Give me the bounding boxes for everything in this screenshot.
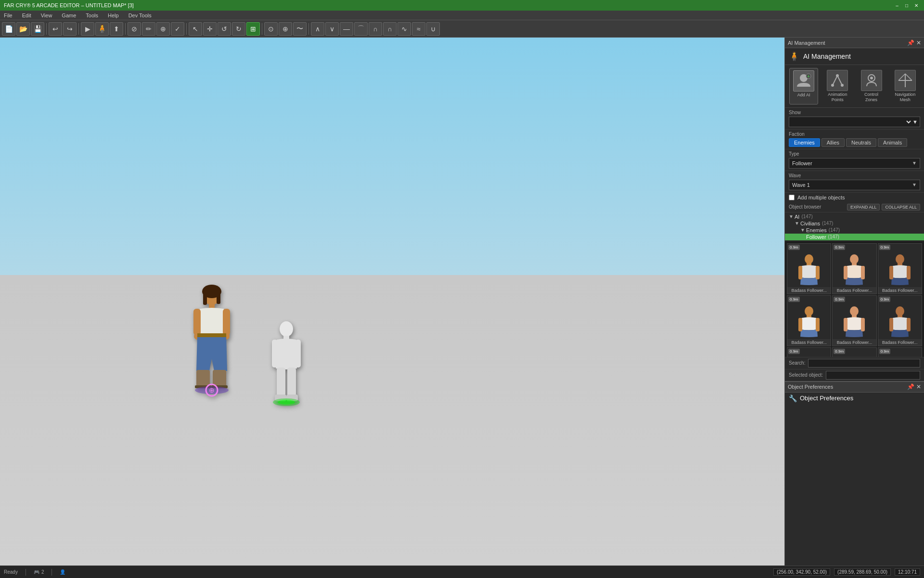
thumb-badge-8: 0.9m	[834, 349, 845, 354]
thumb-item-9[interactable]: 0.9m Badass Follower...	[878, 347, 922, 356]
rotate2-button[interactable]: ↻	[232, 22, 245, 36]
control-zones-button[interactable]: ControlZones	[857, 68, 886, 105]
enemies-faction-btn[interactable]: Enemies	[789, 138, 820, 147]
object-browser-actions: EXPAND ALL COLLAPSE ALL	[847, 204, 920, 210]
type-value: Follower	[792, 160, 912, 166]
svg-rect-60	[861, 318, 865, 331]
collapse-all-button[interactable]: COLLAPSE ALL	[882, 204, 920, 210]
selected-object-input[interactable]	[826, 371, 920, 380]
thumb-badge-7: 0.9m	[788, 349, 800, 354]
terrain7-button[interactable]: ∿	[398, 22, 411, 36]
tool1-button[interactable]: ⊙	[264, 22, 278, 36]
search-input[interactable]	[808, 359, 920, 368]
viewport[interactable]: ⊕	[0, 38, 784, 565]
tool3-button[interactable]: 〜	[293, 22, 307, 36]
terrain2-button[interactable]: ∨	[325, 22, 339, 36]
status-right: (256.00, 342.90, 52.00) (289.59, 288.69,…	[773, 568, 920, 576]
thumb-item-1[interactable]: 0.9m Badass Follower...	[787, 243, 831, 294]
terrain1-button[interactable]: ∧	[311, 22, 324, 36]
panel-close-btn[interactable]: ✕	[916, 39, 921, 46]
maximize-btn[interactable]: □	[903, 1, 911, 9]
player-status: 🎮 2	[34, 569, 44, 575]
cursor-button[interactable]: ↖	[189, 22, 202, 36]
open-button[interactable]: 📂	[16, 22, 30, 36]
thumb-label-6: Badass Follower...	[878, 339, 922, 346]
expand-all-button[interactable]: EXPAND ALL	[847, 204, 880, 210]
thumb-item-8[interactable]: 0.9m Badass Follower...	[832, 347, 876, 356]
menubar: File Edit View Game Tools Help Dev Tools	[0, 11, 924, 20]
svg-line-31	[837, 76, 842, 85]
toolbar: 📄 📂 💾 ↩ ↪ ▶ 🧍 ⬆ ⊘ ✏ ⊕ ✓ ↖ ✛ ↺ ↻ ⊞ ⊙ ⊕ 〜 …	[0, 20, 924, 38]
animation-points-button[interactable]: AnimationPoints	[823, 68, 852, 105]
sep2	[78, 23, 79, 35]
show-select[interactable]	[791, 118, 912, 125]
obj-prefs-actions: 📌 ✕	[907, 383, 921, 390]
thumb-badge-2: 0.9m	[834, 245, 845, 250]
menu-view[interactable]: View	[39, 13, 54, 18]
object-browser-header: Object browser EXPAND ALL COLLAPSE ALL	[785, 202, 924, 212]
search-row: Search:	[785, 357, 924, 369]
svg-point-26	[278, 400, 295, 405]
neutrals-faction-btn[interactable]: Neutrals	[846, 138, 876, 147]
wave-dropdown[interactable]: Wave 1 ▼	[789, 180, 920, 190]
terrain-button[interactable]: ⊕	[156, 22, 170, 36]
panel-pin-btn[interactable]: 📌	[907, 39, 914, 46]
menu-help[interactable]: Help	[106, 13, 121, 18]
navigation-mesh-button[interactable]: NavigationMesh	[891, 68, 920, 105]
thumb-item-6[interactable]: 0.9m Badass Follower...	[878, 295, 922, 346]
menu-devtools[interactable]: Dev Tools	[127, 13, 154, 18]
terrain4-button[interactable]: ⌒	[354, 22, 368, 36]
show-dropdown[interactable]: ▼	[789, 117, 920, 127]
tree-follower-item[interactable]: Follower (147)	[785, 234, 924, 240]
terrain6-button[interactable]: ∩	[383, 22, 397, 36]
terrain9-button[interactable]: ∪	[426, 22, 440, 36]
sep3	[125, 23, 126, 35]
upload-button[interactable]: ⬆	[110, 22, 123, 36]
minimize-btn[interactable]: –	[893, 1, 901, 9]
terrain3-button[interactable]: —	[340, 22, 353, 36]
thumb-item-3[interactable]: 0.9m Badass Follower...	[878, 243, 922, 294]
menu-file[interactable]: File	[2, 13, 14, 18]
obj-prefs-pin-btn[interactable]: 📌	[907, 383, 914, 390]
thumb-item-5[interactable]: 0.9m Badass Follower...	[832, 295, 876, 346]
thumb-item-2[interactable]: 0.9m Badass Follower...	[832, 243, 876, 294]
menu-tools[interactable]: Tools	[84, 13, 100, 18]
svg-rect-51	[889, 266, 893, 279]
entity-button[interactable]: 🧍	[95, 22, 109, 36]
menu-edit[interactable]: Edit	[20, 13, 33, 18]
add-ai-button[interactable]: + Add AI	[789, 68, 818, 105]
select-circle-button[interactable]: ⊘	[128, 22, 141, 36]
type-dropdown[interactable]: Follower ▼	[789, 158, 920, 169]
ai-arrow: ▼	[789, 214, 795, 219]
terrain8-button[interactable]: ≈	[412, 22, 425, 36]
thumb-badge-6: 0.9m	[879, 297, 891, 302]
tool2-button[interactable]: ⊕	[279, 22, 292, 36]
thumb-item-7[interactable]: 0.9m Badass Follower...	[787, 347, 831, 356]
rotate1-button[interactable]: ↺	[218, 22, 231, 36]
scale-button[interactable]: ⊞	[246, 22, 260, 36]
pencil-button[interactable]: ✏	[142, 22, 155, 36]
animals-faction-btn[interactable]: Animals	[878, 138, 907, 147]
add-multiple-label[interactable]: Add multiple objects	[797, 195, 845, 200]
close-btn[interactable]: ✕	[912, 1, 920, 9]
play-button[interactable]: ▶	[81, 22, 94, 36]
svg-point-57	[850, 306, 859, 316]
allies-faction-btn[interactable]: Allies	[821, 138, 845, 147]
thumb-item-4[interactable]: 0.9m Badass Follower...	[787, 295, 831, 346]
check-button[interactable]: ✓	[171, 22, 184, 36]
ai-management-header-label: AI Management	[788, 40, 825, 46]
save-button[interactable]: 💾	[31, 22, 44, 36]
menu-game[interactable]: Game	[60, 13, 78, 18]
tree-enemies-item[interactable]: ▼ Enemies (147)	[785, 227, 924, 234]
new-button[interactable]: 📄	[2, 22, 15, 36]
terrain5-button[interactable]: ∩	[369, 22, 382, 36]
title-text: FAR CRY® 5 ARCADE EDITOR – UNTITLED MAP*…	[4, 2, 134, 8]
tree-ai-item[interactable]: ▼ AI (147)	[785, 213, 924, 220]
move-button[interactable]: ✛	[203, 22, 217, 36]
undo-button[interactable]: ↩	[49, 22, 62, 36]
obj-prefs-close-btn[interactable]: ✕	[916, 383, 921, 390]
redo-button[interactable]: ↪	[63, 22, 77, 36]
add-multiple-checkbox[interactable]	[789, 195, 795, 200]
enemies-label: Enemies	[806, 227, 827, 233]
tree-civilians-item[interactable]: ▼ Civilians (147)	[785, 220, 924, 227]
